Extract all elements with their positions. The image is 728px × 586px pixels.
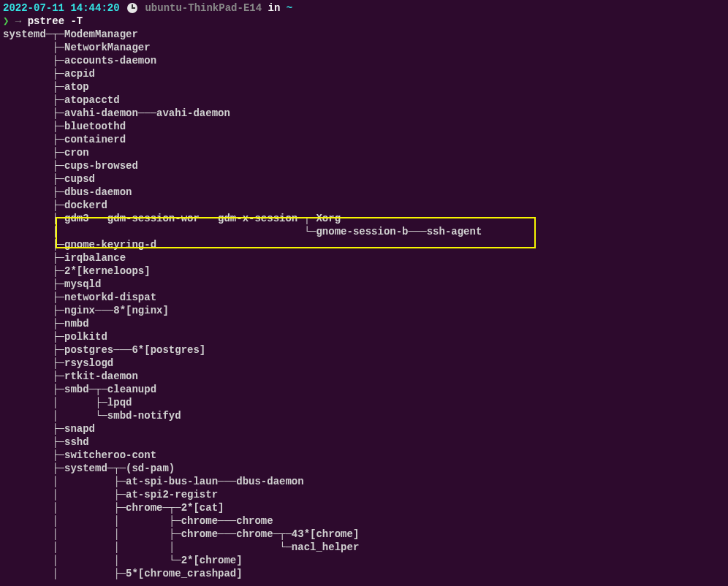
tree-line: ├─nginx───8*[nginx] — [3, 304, 725, 317]
tree-line: ├─avahi-daemon───avahi-daemon — [3, 107, 725, 120]
arrow: → — [15, 15, 21, 27]
pstree-output: systemd─┬─ModemManager ├─NetworkManager … — [3, 28, 725, 580]
tree-line: ├─NetworkManager — [3, 41, 725, 54]
tree-line: ├─nmbd — [3, 317, 725, 330]
tree-line: │ └─gnome-session-b───ssh-agent — [3, 225, 725, 238]
tree-line: ├─switcheroo-cont — [3, 449, 725, 462]
tree-line: ├─cups-browsed — [3, 159, 725, 172]
tree-line: ├─atop — [3, 80, 725, 94]
tree-line: │ ├─5*[chrome_crashpad] — [3, 567, 725, 580]
prompt-line-2: ❯ → pstree -T — [3, 15, 725, 28]
tree-line: ├─gnome-keyring-d — [3, 238, 725, 251]
tree-line: ├─dbus-daemon — [3, 186, 725, 199]
tree-line: │ ├─chrome─┬─2*[cat] — [3, 501, 725, 514]
timestamp: 2022-07-11 14:44:20 — [3, 2, 120, 14]
tree-line: ├─postgres───6*[postgres] — [3, 343, 725, 357]
tree-line: │ │ ├─chrome───chrome─┬─43*[chrome] — [3, 528, 725, 541]
tree-line: ├─accounts-daemon — [3, 54, 725, 67]
tree-line: ├─polkitd — [3, 330, 725, 343]
tree-line: ├─cupsd — [3, 172, 725, 186]
tree-line: ├─irqbalance — [3, 251, 725, 265]
tree-line: │ │ ├─chrome───chrome — [3, 514, 725, 528]
tree-line: ├─systemd─┬─(sd-pam) — [3, 462, 725, 475]
tree-line: ├─cron — [3, 146, 725, 159]
tree-line: systemd─┬─ModemManager — [3, 28, 725, 41]
tree-line: │ ├─lpqd — [3, 396, 725, 409]
in-word: in — [268, 2, 281, 14]
tree-line: ├─rtkit-daemon — [3, 370, 725, 383]
tree-line: │ ├─at-spi-bus-laun───dbus-daemon — [3, 475, 725, 488]
terminal[interactable]: 2022-07-11 14:44:20 ubuntu-ThinkPad-E14 … — [0, 0, 728, 582]
tree-line: ├─snapd — [3, 422, 725, 435]
tree-line: ├─dockerd — [3, 199, 725, 212]
tree-line: ├─networkd-dispat — [3, 291, 725, 304]
clock-icon — [127, 3, 137, 13]
tree-line: ├─mysqld — [3, 278, 725, 291]
prompt-symbol: ❯ — [3, 15, 9, 27]
tree-line: │ │ └─2*[chrome] — [3, 554, 725, 567]
cwd: ~ — [287, 2, 292, 14]
tree-line: │ └─smbd-notifyd — [3, 409, 725, 422]
prompt-line-1: 2022-07-11 14:44:20 ubuntu-ThinkPad-E14 … — [3, 1, 725, 15]
command-text: pstree -T — [28, 15, 83, 27]
tree-line: ├─bluetoothd — [3, 120, 725, 133]
tree-line: ├─atopacctd — [3, 94, 725, 107]
tree-line: ├─containerd — [3, 133, 725, 146]
tree-line: ├─sshd — [3, 435, 725, 449]
tree-line: ├─2*[kerneloops] — [3, 265, 725, 278]
tree-line: │ ├─at-spi2-registr — [3, 488, 725, 501]
tree-line: ├─smbd─┬─cleanupd — [3, 383, 725, 396]
tree-line: ├─acpid — [3, 67, 725, 80]
tree-line: ├─rsyslogd — [3, 357, 725, 370]
tree-line: ├─gdm3───gdm-session-wor───gdm-x-session… — [3, 212, 725, 225]
tree-line: │ │ │ └─nacl_helper — [3, 541, 725, 554]
hostname: ubuntu-ThinkPad-E14 — [145, 2, 262, 14]
